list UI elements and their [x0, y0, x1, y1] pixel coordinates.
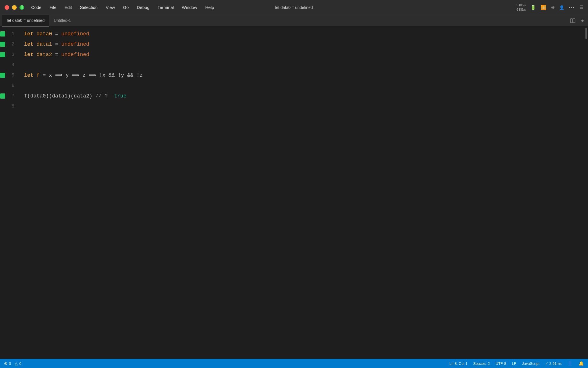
run-indicator[interactable] [0, 52, 5, 57]
line-number: 2 [0, 39, 17, 49]
line-content: f(data0)(data1)(data2) // ? true [17, 91, 585, 101]
run-indicator[interactable] [0, 73, 5, 78]
line-number: 5 [0, 70, 17, 80]
code-line: 1let data0 = undefined [0, 29, 585, 39]
tab-list: let data0 = undefined Untitled-1 [2, 15, 76, 26]
split-editor-button[interactable] [570, 18, 576, 24]
language-mode[interactable]: JavaScript [522, 361, 539, 366]
editor-container: 1let data0 = undefined2let data1 = undef… [0, 26, 588, 359]
run-indicator[interactable] [0, 93, 5, 99]
menu-bar:  Code File Edit Selection View Go Debug… [17, 0, 218, 15]
menu-file[interactable]: File [45, 0, 60, 15]
window-title: let data0 = undefined [275, 5, 313, 10]
menu-code[interactable]: Code [27, 0, 46, 15]
svg-rect-1 [573, 19, 575, 23]
menu-window[interactable]: Window [178, 0, 201, 15]
list-icon[interactable]: ☰ [579, 5, 583, 10]
person-icon[interactable]: 👤 [567, 361, 573, 366]
line-content: let data2 = undefined [17, 49, 585, 60]
dot-button[interactable]: ● [579, 18, 586, 24]
line-content: let data1 = undefined [17, 39, 585, 49]
bell-icon[interactable]: 🔔 [579, 361, 584, 366]
screen-icon: ⊖ [551, 5, 555, 10]
line-number: 3 [0, 49, 17, 60]
status-right: Ln 8, Col 1 Spaces: 2 UTF-8 LF JavaScrip… [449, 361, 584, 366]
minimize-button[interactable] [12, 5, 17, 10]
menu-go[interactable]: Go [119, 0, 133, 15]
tab-untitled[interactable]: Untitled-1 [49, 15, 76, 26]
menu-edit[interactable]: Edit [61, 0, 76, 15]
status-left: ⊗ 0 △ 0 [4, 361, 21, 366]
error-count[interactable]: ⊗ 0 △ 0 [4, 361, 21, 366]
line-ending[interactable]: LF [512, 361, 516, 366]
code-line: 4 [0, 60, 585, 70]
menu-view[interactable]: View [102, 0, 119, 15]
menu-help[interactable]: Help [201, 0, 218, 15]
line-content: let f = x ⟹ y ⟹ z ⟹ !x && !y && !z [17, 70, 585, 80]
line-number: 6 [0, 80, 17, 91]
warning-number: 0 [19, 361, 21, 366]
run-indicator[interactable] [0, 31, 5, 37]
statusbar: ⊗ 0 △ 0 Ln 8, Col 1 Spaces: 2 UTF-8 LF J… [0, 359, 588, 368]
cursor-position[interactable]: Ln 8, Col 1 [449, 361, 467, 366]
menu-selection[interactable]: Selection [76, 0, 102, 15]
user-icon: 👤 [559, 5, 564, 10]
code-line: 3let data2 = undefined [0, 49, 585, 60]
line-number: 7 [0, 91, 17, 101]
code-line: 2let data1 = undefined [0, 39, 585, 49]
line-content: let data0 = undefined [17, 29, 585, 39]
code-line: 6 [0, 80, 585, 91]
error-icon: ⊗ [4, 361, 7, 366]
warning-icon: △ [15, 361, 18, 366]
close-button[interactable] [5, 5, 9, 10]
titlebar-right: 5 KB/s 6 KB/s 🔋 📶 ⊖ 👤 ••• ☰ [517, 3, 583, 12]
network-speed: 5 KB/s 6 KB/s [517, 3, 526, 12]
timing-indicator: ✓ 2.91ms [545, 361, 562, 366]
tabbar: let data0 = undefined Untitled-1 ● [0, 15, 588, 26]
menu-debug[interactable]: Debug [133, 0, 153, 15]
menu-terminal[interactable]: Terminal [154, 0, 178, 15]
code-line: 5let f = x ⟹ y ⟹ z ⟹ !x && !y && !z [0, 70, 585, 80]
file-encoding[interactable]: UTF-8 [496, 361, 506, 366]
line-number: 1 [0, 29, 17, 39]
line-number: 8 [0, 101, 17, 112]
battery-icon: 🔋 [530, 5, 536, 10]
more-icon[interactable]: ••• [569, 5, 575, 10]
wifi-icon: 📶 [541, 5, 546, 10]
error-number: 0 [9, 361, 11, 366]
scrollbar[interactable] [585, 26, 588, 359]
editor-main: 1let data0 = undefined2let data1 = undef… [0, 26, 585, 359]
svg-rect-0 [570, 19, 572, 23]
code-line: 7f(data0)(data1)(data2) // ? true [0, 91, 585, 101]
line-number: 4 [0, 60, 17, 70]
menu-apple[interactable]:  [17, 0, 27, 15]
indent-size[interactable]: Spaces: 2 [473, 361, 490, 366]
tabbar-right: ● [570, 18, 586, 24]
tab-active[interactable]: let data0 = undefined [2, 15, 49, 26]
scrollbar-thumb[interactable] [585, 28, 587, 39]
code-line: 8 [0, 101, 585, 112]
run-indicator[interactable] [0, 42, 5, 47]
code-area[interactable]: 1let data0 = undefined2let data1 = undef… [0, 26, 585, 359]
titlebar:  Code File Edit Selection View Go Debug… [0, 0, 588, 15]
